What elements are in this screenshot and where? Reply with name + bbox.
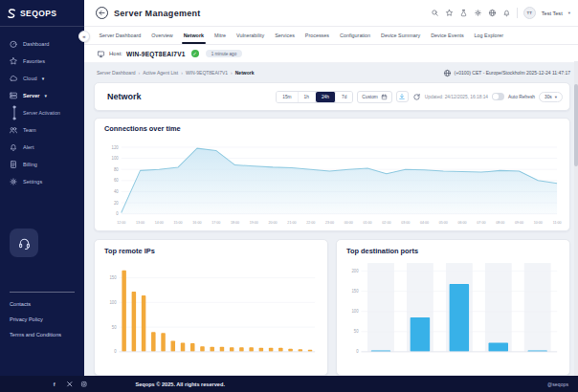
sidebar-item-billing[interactable]: Billing xyxy=(9,156,84,173)
breadcrumb-item[interactable]: WIN-9EQT8EAI7V1 xyxy=(186,70,228,76)
svg-text:01:00: 01:00 xyxy=(364,221,372,225)
sidebar-link-privacy-policy[interactable]: Privacy Policy xyxy=(10,316,84,322)
settings-icon[interactable] xyxy=(474,9,482,17)
x-icon[interactable] xyxy=(66,381,74,388)
bell-icon xyxy=(9,142,18,152)
download-icon xyxy=(398,93,406,100)
instagram-icon[interactable] xyxy=(80,381,88,388)
chevron-down-icon: ▾ xyxy=(568,11,570,15)
chevron-down-icon: ▾ xyxy=(555,95,557,99)
seqops-logo-icon xyxy=(6,8,17,19)
breadcrumb-item: Network xyxy=(235,70,255,76)
chevron-down-icon: ▾ xyxy=(42,76,45,81)
svg-text:10:00: 10:00 xyxy=(534,221,543,225)
sidebar-link-contacts[interactable]: Contacts xyxy=(10,301,84,307)
sidebar-item-team[interactable]: Team xyxy=(9,121,84,139)
sidebar-item-settings[interactable]: Settings xyxy=(9,173,84,190)
breadcrumb-item[interactable]: Active Agent List xyxy=(143,70,178,76)
svg-text:50: 50 xyxy=(112,325,117,330)
labs-icon[interactable] xyxy=(459,9,468,17)
tab-vulnerability[interactable]: Vulnerability xyxy=(231,27,269,44)
brand: SEQOPS xyxy=(0,0,84,27)
globe-icon xyxy=(443,69,452,77)
range-1h-button[interactable]: 1h xyxy=(299,92,316,102)
sidebar-link-terms-and-conditions[interactable]: Terms and Conditions xyxy=(10,332,84,338)
scrollbar-thumb[interactable] xyxy=(574,84,578,166)
tab-server-dashboard[interactable]: Server Dashboard xyxy=(94,27,146,44)
back-button[interactable] xyxy=(96,7,108,19)
facebook-icon[interactable]: f xyxy=(51,381,58,388)
custom-range-button[interactable]: Custom xyxy=(357,91,392,103)
headset-icon xyxy=(17,236,32,250)
timezone-clock: (+0100) CET - Europe/Stockholm 2025-12-2… xyxy=(443,69,570,77)
svg-text:100: 100 xyxy=(110,300,118,305)
sidebar-item-server-activation[interactable]: Server Activation xyxy=(9,104,84,121)
svg-text:23:00: 23:00 xyxy=(325,221,334,225)
tab-device-summary[interactable]: Device Summary xyxy=(376,27,426,44)
footer-handle: @seqops xyxy=(547,381,568,387)
panel-title: Network xyxy=(107,92,142,101)
tree-connector-icon xyxy=(11,105,18,120)
sidebar-item-label: Alert xyxy=(23,144,34,150)
copyright-text: Seqops © 2025. All rights reserved. xyxy=(136,381,225,387)
range-24h-button[interactable]: 24h xyxy=(316,92,336,102)
sidebar-item-favorites[interactable]: Favorites xyxy=(9,53,84,70)
tab-network[interactable]: Network xyxy=(178,27,209,44)
sidebar-nav: DashboardFavoritesCloud▾Server▾Server Ac… xyxy=(0,27,84,190)
svg-text:120: 120 xyxy=(112,145,120,150)
scrollbar[interactable] xyxy=(574,61,578,376)
sidebar-item-label: Settings xyxy=(23,179,42,185)
sidebar: SEQOPS DashboardFavoritesCloud▾Server▾Se… xyxy=(0,0,84,376)
tab-services[interactable]: Services xyxy=(270,27,300,44)
updated-timestamp: Updated: 24/12/2025, 16:18:14 xyxy=(425,95,488,99)
range-15m-button[interactable]: 15m xyxy=(277,92,298,102)
tab-log-explorer[interactable]: Log Explorer xyxy=(469,27,509,44)
header-divider xyxy=(517,8,518,18)
breadcrumb-item[interactable]: Server Dashboard xyxy=(97,70,136,76)
language-icon[interactable] xyxy=(488,9,497,17)
tab-mitre[interactable]: Mitre xyxy=(210,27,232,44)
user-name[interactable]: Test Test xyxy=(542,11,563,16)
tab-configuration[interactable]: Configuration xyxy=(335,27,376,44)
support-button[interactable] xyxy=(10,229,38,257)
sidebar-item-server[interactable]: Server▾ xyxy=(9,87,84,104)
svg-text:50: 50 xyxy=(354,329,359,334)
auto-refresh-toggle[interactable] xyxy=(492,93,504,100)
svg-text:100: 100 xyxy=(352,309,360,314)
download-button[interactable] xyxy=(396,91,409,102)
sidebar-item-cloud[interactable]: Cloud▾ xyxy=(9,70,84,87)
sidebar-item-alert[interactable]: Alert xyxy=(9,139,84,156)
range-7d-button[interactable]: 7d xyxy=(336,92,352,102)
star-icon[interactable] xyxy=(445,9,454,17)
host-name: WIN-9EQT8EAI7V1 xyxy=(126,51,186,57)
sidebar-links: ContactsPrivacy PolicyTerms and Conditio… xyxy=(0,293,84,338)
chevron-down-icon: ▾ xyxy=(44,93,47,98)
search-icon[interactable] xyxy=(431,9,439,17)
auto-refresh-label: Auto Refresh xyxy=(508,95,535,99)
interval-select[interactable]: 30s ▾ xyxy=(539,92,563,102)
sidebar-collapse-button[interactable]: « xyxy=(78,31,90,42)
calendar-icon xyxy=(381,94,388,100)
ports-bar-chart: 050100150200 xyxy=(346,257,562,359)
breadcrumb-separator: › xyxy=(181,70,183,76)
team-icon xyxy=(9,125,18,135)
range-group: 15m1h24h7d xyxy=(276,91,353,103)
notifications-icon[interactable] xyxy=(502,9,511,17)
remote-ips-chart-title: Top remote IPs xyxy=(104,247,320,255)
ports-chart-title: Top destination ports xyxy=(346,247,562,255)
svg-text:09:00: 09:00 xyxy=(515,221,523,225)
billing-icon xyxy=(9,160,18,169)
svg-text:14:00: 14:00 xyxy=(155,221,164,225)
sidebar-item-dashboard[interactable]: Dashboard xyxy=(9,35,84,53)
refresh-button[interactable] xyxy=(412,93,421,101)
svg-text:19:00: 19:00 xyxy=(250,221,258,225)
bottom-charts-row: Top remote IPs 050100150 Top destination… xyxy=(94,239,570,376)
sidebar-item-label: Favorites xyxy=(23,58,45,64)
breadcrumb-separator: › xyxy=(231,70,233,76)
tab-processes[interactable]: Processes xyxy=(300,27,334,44)
tab-overview[interactable]: Overview xyxy=(146,27,178,44)
sidebar-item-label: Dashboard xyxy=(23,41,49,47)
tab-device-events[interactable]: Device Events xyxy=(426,27,469,44)
content-area: Server Dashboard›Active Agent List›WIN-9… xyxy=(84,63,578,376)
avatar[interactable]: TT xyxy=(523,7,536,19)
